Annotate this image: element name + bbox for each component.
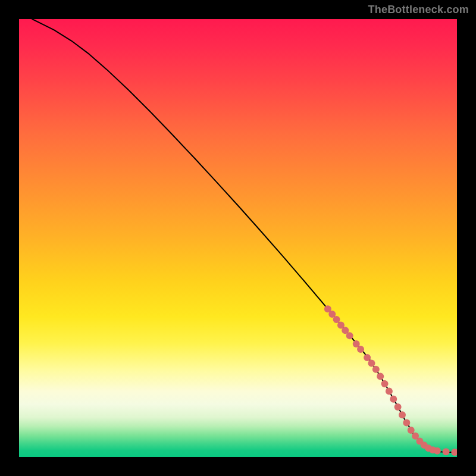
- marker-dot: [443, 448, 450, 455]
- marker-dot: [368, 360, 375, 367]
- marker-dot: [346, 332, 353, 339]
- curve-markers: [324, 305, 457, 456]
- chart-container: TheBottleneck.com: [0, 0, 476, 476]
- marker-dot: [399, 411, 406, 418]
- marker-dot: [333, 316, 340, 323]
- marker-dot: [357, 346, 364, 353]
- marker-dot: [434, 447, 441, 455]
- marker-dot: [408, 427, 415, 434]
- marker-dot: [451, 449, 457, 456]
- marker-dot: [381, 380, 389, 387]
- marker-dot: [372, 366, 380, 373]
- marker-dot: [394, 403, 402, 411]
- marker-dot: [364, 354, 371, 361]
- watermark-text: TheBottleneck.com: [368, 4, 469, 16]
- plot-area: [19, 19, 457, 457]
- marker-dot: [377, 373, 384, 380]
- marker-dot: [403, 419, 410, 427]
- marker-dot: [390, 396, 397, 403]
- curve-line: [32, 19, 457, 452]
- marker-dot: [386, 388, 393, 395]
- chart-overlay: [19, 19, 457, 457]
